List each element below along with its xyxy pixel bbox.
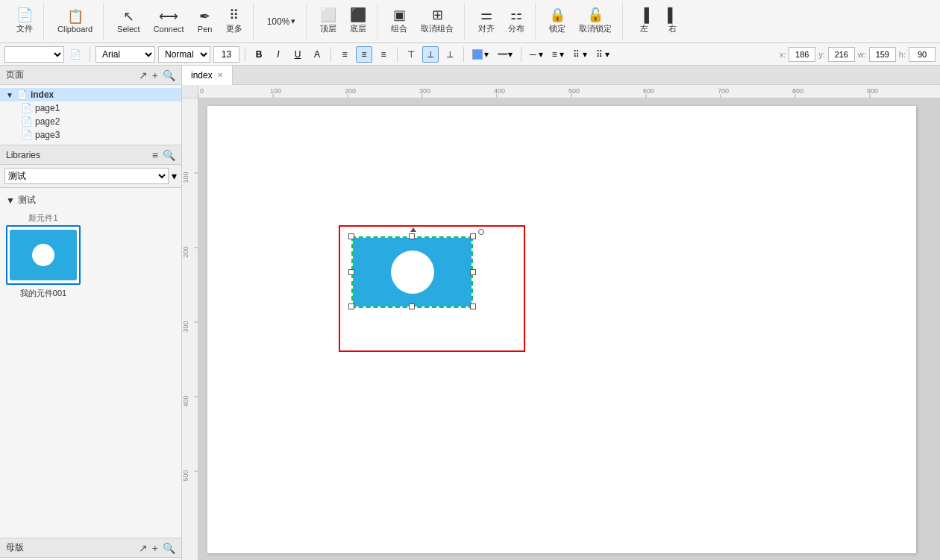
y-input[interactable] [828, 47, 855, 62]
canvas-element[interactable] [353, 238, 471, 306]
svg-text:500: 500 [182, 470, 189, 481]
master-search-icon[interactable]: 🔍 [163, 542, 175, 554]
valign-mid-btn[interactable]: ⊥ [422, 46, 439, 63]
border-width-btn[interactable]: ≡ ▾ [549, 46, 567, 63]
bottom-layer-btn[interactable]: ⬛ 底层 [345, 7, 371, 36]
rotate-handle[interactable] [478, 229, 484, 235]
tree-item-index[interactable]: ▼ 📄 index [0, 88, 181, 101]
unlock-btn[interactable]: 🔓 取消锁定 [574, 7, 616, 36]
handle-mr[interactable] [470, 269, 476, 275]
component-grid: 新元件1 我的元件001 [6, 213, 175, 299]
zoom-select[interactable]: 100% ▾ [263, 15, 301, 28]
master-add-icon[interactable]: + [152, 542, 158, 554]
lib-dropdown-icon[interactable]: ▾ [172, 170, 177, 182]
file-button[interactable]: 📄 文件 [12, 7, 37, 36]
distribute-label: 分布 [508, 23, 524, 34]
lock-btn[interactable]: 🔒 锁定 [545, 7, 570, 36]
align-right-btn[interactable]: ≡ [375, 46, 392, 63]
zorder-group: ▐ 左 ▌ 右 [626, 3, 690, 40]
font-color-btn[interactable]: A [309, 46, 325, 63]
canvas-page [207, 106, 916, 553]
fill-color-btn[interactable]: ▾ [469, 46, 492, 63]
handle-tc[interactable] [409, 233, 415, 239]
canvas-with-vruler: 100 200 300 400 500 [182, 98, 940, 560]
font-select[interactable]: Arial [95, 46, 155, 63]
pages-export-icon[interactable]: ↗ [139, 69, 148, 81]
master-panel-icons: ↗ + 🔍 [139, 542, 175, 554]
left-btn[interactable]: ▐ 左 [632, 7, 656, 36]
svg-text:900: 900 [867, 87, 878, 95]
italic-btn[interactable]: I [270, 46, 286, 63]
tree-item-page3[interactable]: 📄 page3 [15, 128, 181, 142]
weight-select[interactable]: Normal [158, 46, 210, 63]
pages-search-icon[interactable]: 🔍 [163, 69, 175, 81]
font-size-input[interactable] [213, 46, 239, 63]
pen-btn[interactable]: ✒ Pen [193, 8, 217, 35]
tab-index[interactable]: index ✕ [182, 66, 233, 85]
border-style-btn[interactable]: ─ ▾ [527, 46, 546, 63]
handle-bl[interactable] [348, 303, 354, 309]
tree-label-page1: page1 [35, 103, 60, 113]
lib-menu-icon[interactable]: ≡ [152, 149, 158, 161]
align-btn[interactable]: ⚌ 对齐 [474, 7, 499, 36]
bold-btn[interactable]: B [251, 46, 267, 63]
component-thumb [6, 225, 81, 285]
w-input[interactable] [869, 47, 896, 62]
selected-element-container [351, 236, 473, 308]
underline-btn[interactable]: U [289, 46, 306, 63]
svg-text:500: 500 [568, 87, 580, 95]
clipboard-btn[interactable]: 📋 Clipboard [53, 8, 97, 35]
align-center-btn[interactable]: ≡ [356, 46, 372, 63]
canvas-element-circle [391, 251, 434, 294]
handle-tl[interactable] [348, 233, 354, 239]
ungroup-label: 取消组合 [421, 23, 454, 34]
lib-select-row: 测试 ▾ [0, 165, 181, 188]
lib-select[interactable]: 测试 [4, 168, 169, 184]
select-btn[interactable]: ↖ Select [113, 8, 145, 35]
sep4 [397, 47, 398, 62]
tree-item-page1[interactable]: 📄 page1 [15, 101, 181, 115]
valign-bot-btn[interactable]: ⊥ [442, 46, 458, 63]
tree-item-page2[interactable]: 📄 page2 [15, 115, 181, 128]
style-save-btn[interactable]: 📄 [67, 46, 84, 63]
connect-btn[interactable]: ⟷ Connect [149, 8, 189, 35]
left-panel-icon: ▐ [639, 8, 649, 22]
group-btn[interactable]: ▣ 组合 [386, 7, 412, 36]
layer-group: ⬜ 顶层 ⬛ 底层 [310, 3, 377, 40]
tree-arrow-index: ▼ [6, 91, 13, 99]
tree-label-page3: page3 [35, 130, 60, 140]
tab-close-icon[interactable]: ✕ [217, 71, 223, 79]
align-group: ⚌ 对齐 ⚏ 分布 [468, 3, 536, 40]
valign-top-btn[interactable]: ⊤ [403, 46, 419, 63]
clipboard-icon: 📋 [67, 10, 84, 23]
more-btn[interactable]: ⠿ 更多 [222, 7, 247, 36]
distribute-btn[interactable]: ⚏ 分布 [504, 7, 529, 36]
top-layer-btn[interactable]: ⬜ 顶层 [316, 7, 341, 36]
h-label: h: [899, 50, 906, 59]
right-btn[interactable]: ▌ 右 [660, 7, 684, 36]
align-left-btn[interactable]: ≡ [336, 46, 353, 63]
more-format-btn[interactable]: ⠿ ▾ [593, 46, 612, 63]
tree-label-index: index [31, 89, 54, 100]
svg-text:100: 100 [182, 172, 189, 183]
handle-br[interactable] [470, 303, 476, 309]
ungroup-btn[interactable]: ⊞ 取消组合 [416, 7, 458, 36]
handle-bc[interactable] [409, 303, 415, 309]
clipboard-group: 📋 Clipboard [47, 3, 104, 40]
line-color-btn[interactable]: ▾ [495, 46, 516, 63]
canvas-work[interactable] [198, 98, 940, 560]
component-item-1[interactable]: 新元件1 我的元件001 [6, 213, 81, 299]
file-label: 文件 [16, 23, 33, 34]
dash-style-btn[interactable]: ⠿ ▾ [570, 46, 589, 63]
x-input[interactable] [789, 47, 815, 62]
handle-tr[interactable] [470, 233, 476, 239]
handle-ml[interactable] [348, 269, 354, 275]
master-export-icon[interactable]: ↗ [139, 542, 148, 554]
ruler-corner [182, 85, 198, 98]
align-label: 对齐 [478, 23, 495, 34]
libraries-panel-header: Libraries ≡ 🔍 [0, 145, 181, 165]
lib-search-icon[interactable]: 🔍 [163, 149, 175, 161]
style-select[interactable] [4, 46, 64, 63]
h-input[interactable] [909, 47, 936, 62]
pages-add-icon[interactable]: + [152, 69, 158, 81]
